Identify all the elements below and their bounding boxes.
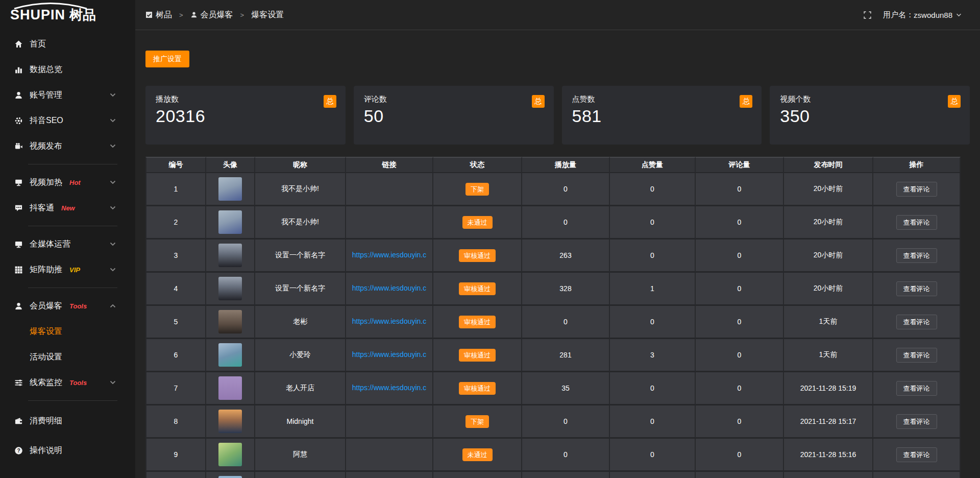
col-nickname: 昵称	[255, 157, 346, 173]
cell-id: 3	[145, 240, 206, 273]
avatar	[218, 376, 242, 400]
table-row: 3 设置一个新名字 https://www.iesdouyin.c 审核通过 2…	[145, 240, 961, 273]
cell-time: 1天前	[784, 339, 873, 372]
sidebar-subitem-activity-settings[interactable]: 活动设置	[0, 344, 135, 370]
status-badge: 未通过	[462, 216, 493, 229]
status-badge: 下架	[465, 415, 489, 428]
view-comments-button[interactable]: 查看评论	[896, 315, 937, 329]
status-badge: 审核通过	[459, 316, 496, 328]
view-comments-button[interactable]: 查看评论	[896, 281, 937, 296]
cell-nickname	[255, 472, 346, 478]
cell-comments	[696, 472, 784, 478]
cell-plays: 0	[522, 439, 610, 472]
sidebar-item-matrix-boost[interactable]: 矩阵助推 VIP	[0, 257, 135, 282]
sidebar-divider	[28, 288, 117, 288]
view-comments-button[interactable]: 查看评论	[896, 447, 937, 462]
top-header: 树品 > 会员爆客 > 爆客设置 用户名： zswodun88	[135, 0, 980, 30]
video-link[interactable]: https://www.iesdouyin.c	[352, 350, 427, 358]
cell-id: 4	[145, 273, 206, 306]
view-comments-button[interactable]: 查看评论	[896, 381, 937, 396]
sidebar: SHUPIN 树品 首页 数据总览 账号管理 抖音SEO	[0, 0, 135, 478]
sidebar-item-douketong[interactable]: 抖客通 New	[0, 195, 135, 221]
sidebar-item-video-heat[interactable]: 视频加热 Hot	[0, 170, 135, 195]
breadcrumb-label: 爆客设置	[251, 10, 284, 20]
cell-status: 审核通过	[433, 273, 522, 306]
chevron-down-icon	[110, 380, 116, 385]
cell-nickname: Midnight	[255, 405, 346, 439]
cell-status: 审核通过	[433, 306, 522, 339]
cell-id: 2	[145, 206, 206, 240]
sidebar-item-account-management[interactable]: 账号管理	[0, 82, 135, 108]
sidebar-item-label: 抖音SEO	[30, 115, 63, 126]
avatar	[218, 310, 242, 333]
sidebar-item-douyin-seo[interactable]: 抖音SEO	[0, 108, 135, 133]
cell-avatar	[206, 306, 255, 339]
sidebar-item-lead-monitor[interactable]: 线索监控 Tools	[0, 370, 135, 395]
table-row: 6 小爱玲 https://www.iesdouyin.c 审核通过 281 3…	[145, 339, 961, 372]
sidebar-item-video-publish[interactable]: 视频发布	[0, 133, 135, 159]
cell-actions: 查看评论	[873, 273, 961, 306]
vip-badge: VIP	[69, 266, 80, 274]
breadcrumb-item-member-baoke[interactable]: 会员爆客	[190, 10, 233, 20]
new-badge: New	[61, 204, 75, 212]
screen-heat-icon	[14, 178, 23, 187]
video-link[interactable]: https://www.iesdouyin.c	[352, 317, 427, 325]
cell-id: 1	[145, 173, 206, 206]
cell-link	[346, 405, 433, 439]
sidebar-item-label: 账号管理	[30, 90, 62, 101]
cell-status: 审核通过	[433, 339, 522, 372]
view-comments-button[interactable]: 查看评论	[896, 215, 937, 230]
promotion-settings-button[interactable]: 推广设置	[145, 51, 189, 67]
stat-label: 播放数	[156, 94, 335, 104]
table-row-partial	[145, 472, 961, 478]
cell-link	[346, 439, 433, 472]
cell-avatar	[206, 273, 255, 306]
view-comments-button[interactable]: 查看评论	[896, 414, 937, 429]
cell-nickname: 阿慧	[255, 439, 346, 472]
sidebar-item-data-overview[interactable]: 数据总览	[0, 57, 135, 82]
sidebar-item-operation-guide[interactable]: ? 操作说明	[0, 436, 135, 465]
video-link[interactable]: https://www.iesdouyin.c	[352, 284, 427, 292]
home-icon	[14, 40, 23, 49]
avatar	[218, 244, 242, 267]
sidebar-item-member-baoke[interactable]: 会员爆客 Tools	[0, 293, 135, 319]
cell-plays: 263	[522, 240, 610, 273]
sidebar-item-omnimedia-operation[interactable]: 全媒体运营	[0, 231, 135, 257]
cell-time: 20小时前	[784, 206, 873, 240]
cell-time: 20小时前	[784, 273, 873, 306]
breadcrumb-item-home[interactable]: 树品	[145, 10, 172, 20]
cell-time: 2021-11-28 15:16	[784, 439, 873, 472]
stat-card-videos: 视频个数 350 总	[770, 86, 970, 145]
view-comments-button[interactable]: 查看评论	[896, 182, 937, 197]
view-comments-button[interactable]: 查看评论	[896, 348, 937, 363]
video-link[interactable]: https://www.iesdouyin.c	[352, 384, 427, 392]
stat-value: 581	[572, 106, 752, 126]
cell-avatar	[206, 372, 255, 405]
cell-nickname: 老彬	[255, 306, 346, 339]
sidebar-item-label: 全媒体运营	[30, 239, 70, 250]
sidebar-item-consumption-details[interactable]: 消费明细	[0, 406, 135, 436]
member-icon	[14, 302, 23, 310]
cell-actions	[873, 472, 961, 478]
cell-plays: 328	[522, 273, 610, 306]
cell-comments: 0	[696, 306, 784, 339]
video-link[interactable]: https://www.iesdouyin.c	[352, 251, 427, 259]
sidebar-item-home[interactable]: 首页	[0, 31, 135, 57]
user-menu[interactable]: 用户名： zswodun88	[883, 10, 962, 20]
fullscreen-icon[interactable]	[863, 11, 872, 19]
cell-plays: 0	[522, 405, 610, 439]
avatar	[218, 210, 242, 234]
sidebar-subitem-baoke-settings[interactable]: 爆客设置	[0, 319, 135, 344]
cell-comments: 0	[696, 273, 784, 306]
chevron-down-icon	[110, 144, 116, 148]
cell-status: 未通过	[433, 439, 522, 472]
cell-status: 审核通过	[433, 240, 522, 273]
cell-id: 8	[145, 405, 206, 439]
person-icon	[190, 11, 198, 18]
cell-id	[145, 472, 206, 478]
cell-time: 20小时前	[784, 240, 873, 273]
view-comments-button[interactable]: 查看评论	[896, 248, 937, 263]
status-badge: 审核通过	[459, 249, 496, 262]
avatar	[218, 443, 242, 466]
cell-comments: 0	[696, 240, 784, 273]
